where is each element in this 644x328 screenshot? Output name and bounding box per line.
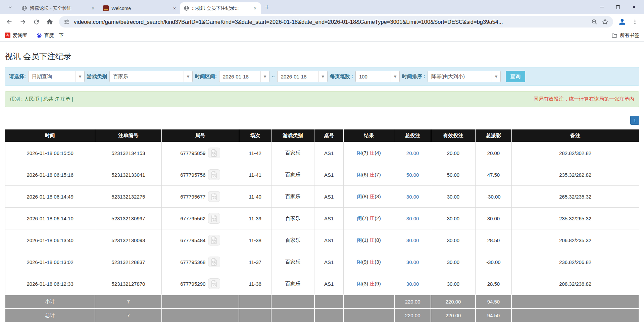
- round-number: 677795677: [180, 194, 205, 200]
- bookmark-taobao[interactable]: 淘 爱淘宝: [5, 32, 28, 39]
- video-replay-icon[interactable]: [208, 148, 220, 158]
- bet-id-cell: 523132127870: [95, 273, 161, 295]
- page-size-value: 100: [356, 71, 391, 82]
- table-number-cell: AS1: [314, 229, 344, 251]
- game-type-value: 百家乐: [110, 71, 184, 82]
- total-bet-link[interactable]: 50.00: [406, 172, 419, 178]
- tab-search-button[interactable]: [4, 2, 16, 12]
- column-header: 游戏类别: [271, 129, 314, 142]
- empty-cell: [344, 295, 394, 309]
- page-content: 视讯 会员下注纪录 请选择: 日期查询 ▾ 游戏类别 百家乐 ▾ 时间区间: 2…: [0, 42, 644, 328]
- bookmark-label: 百度一下: [44, 32, 64, 39]
- bookmark-baidu[interactable]: 百度一下: [36, 32, 64, 39]
- round-cell: 677795290: [162, 273, 239, 295]
- empty-cell: [239, 309, 271, 322]
- payout-cell: 30.00: [476, 208, 512, 229]
- empty-cell: [239, 295, 271, 309]
- tab-title: :::视讯 会员下注纪录:::: [192, 5, 249, 11]
- video-replay-icon[interactable]: [208, 235, 220, 245]
- back-button[interactable]: [3, 16, 15, 28]
- payout-cell: 20.00: [476, 142, 512, 164]
- query-type-select[interactable]: 日期查询 ▾: [28, 71, 85, 82]
- three-dot-menu-icon: [632, 19, 638, 25]
- total-bet-cell: 30.00: [394, 273, 431, 295]
- sort-order-select[interactable]: 降幂(由大到小) ▾: [428, 71, 501, 82]
- window-controls: ×: [594, 0, 642, 14]
- video-replay-icon[interactable]: [208, 169, 220, 180]
- session-cell: 11-42: [239, 142, 271, 164]
- table-footer: 小计7220.00220.0094.50总计7220.00220.0094.50: [5, 295, 639, 322]
- summary-label-cell: 小计: [5, 295, 95, 309]
- url-bar[interactable]: videoie.com/game/betrecord_search/kind3?…: [59, 16, 613, 28]
- maximize-button[interactable]: [610, 0, 626, 14]
- profile-avatar[interactable]: [616, 16, 628, 28]
- table-number-cell: AS1: [314, 208, 344, 229]
- globe-icon: [184, 5, 189, 11]
- total-bet-link[interactable]: 30.00: [406, 216, 419, 221]
- forward-button[interactable]: [17, 16, 29, 28]
- result-cell: 闲(6) 庄(7): [344, 164, 394, 186]
- minimize-icon: [600, 7, 604, 7]
- empty-cell: [314, 295, 344, 309]
- note-cell: 235.32/265.32: [511, 208, 639, 229]
- bet-records-table: 时间注单编号局号场次游戏类别桌号结果总投注有效投注总派彩备注 2026-01-1…: [5, 129, 639, 323]
- video-replay-icon[interactable]: [208, 191, 220, 202]
- round-cell: 677795677: [162, 186, 239, 208]
- total-bet-link[interactable]: 30.00: [406, 194, 419, 200]
- search-button[interactable]: 查询: [506, 71, 525, 82]
- close-button[interactable]: ×: [626, 0, 642, 14]
- player-result: 闲(6): [357, 172, 368, 177]
- bet-id-cell: 523132130093: [95, 229, 161, 251]
- result-cell: 闲(3) 庄(9): [344, 273, 394, 295]
- tab-close-icon[interactable]: ×: [90, 5, 96, 11]
- session-cell: 11-41: [239, 164, 271, 186]
- tab-close-icon[interactable]: ×: [171, 5, 178, 11]
- date-start-select[interactable]: 2026-01-18 ▾: [219, 71, 269, 82]
- chevron-down-icon: [7, 4, 13, 10]
- empty-cell: [271, 309, 314, 322]
- total-bet-cell: 20.00: [394, 142, 431, 164]
- refresh-button[interactable]: [30, 16, 42, 28]
- video-replay-icon[interactable]: [208, 278, 220, 289]
- total-bet-link[interactable]: 30.00: [406, 281, 419, 287]
- session-cell: 11-36: [239, 273, 271, 295]
- new-tab-button[interactable]: +: [262, 2, 272, 12]
- time-cell: 2026-01-18 06:15:16: [5, 164, 95, 186]
- video-replay-icon[interactable]: [208, 257, 220, 267]
- tab-bet-records-active[interactable]: :::视讯 会员下注纪录::: ×: [180, 2, 261, 14]
- url-text[interactable]: videoie.com/game/betrecord_search/kind3?…: [74, 19, 587, 25]
- column-header: 局号: [162, 129, 239, 142]
- game-type-select[interactable]: 百家乐 ▾: [109, 71, 193, 82]
- total-bet-link[interactable]: 30.00: [406, 259, 419, 265]
- tab-forum[interactable]: 海燕论坛 - 安全验证 ×: [18, 2, 99, 14]
- date-end-select[interactable]: 2026-01-18 ▾: [277, 71, 328, 82]
- bookmark-star-icon[interactable]: [602, 18, 608, 25]
- video-replay-icon[interactable]: [208, 213, 220, 224]
- site-settings-icon[interactable]: [64, 19, 70, 25]
- table-row: 2026-01-18 06:13:02523132128837677795368…: [5, 251, 639, 273]
- total-bet-link[interactable]: 20.00: [406, 150, 419, 156]
- game-type-cell: 百家乐: [271, 273, 314, 295]
- browser-toolbar: videoie.com/game/betrecord_search/kind3?…: [0, 14, 644, 30]
- player-result: 闲(9): [357, 259, 368, 265]
- valid-bet-cell: 30.00: [431, 229, 475, 251]
- minimize-button[interactable]: [594, 0, 610, 14]
- summary-payout-cell: 94.50: [476, 295, 512, 309]
- summary-count-cell: 7: [95, 295, 161, 309]
- tab-close-icon[interactable]: ×: [252, 5, 258, 11]
- total-bet-link[interactable]: 30.00: [406, 237, 419, 243]
- all-bookmarks-button[interactable]: 所有书签: [611, 32, 639, 39]
- page-1-button[interactable]: 1: [630, 116, 639, 125]
- round-number: 677795859: [180, 150, 205, 156]
- column-header: 备注: [511, 129, 639, 142]
- chevron-down-icon: ▾: [184, 71, 192, 82]
- bet-id-cell: 523132132275: [95, 186, 161, 208]
- zoom-icon[interactable]: [591, 19, 598, 25]
- empty-cell: [271, 295, 314, 309]
- page-size-select[interactable]: 100 ▾: [355, 71, 400, 82]
- back-icon: [6, 18, 13, 25]
- round-number: 677795756: [180, 172, 205, 178]
- home-button[interactable]: [44, 16, 56, 28]
- tab-welcome[interactable]: Welcome ×: [100, 2, 180, 14]
- browser-menu-button[interactable]: [629, 16, 641, 28]
